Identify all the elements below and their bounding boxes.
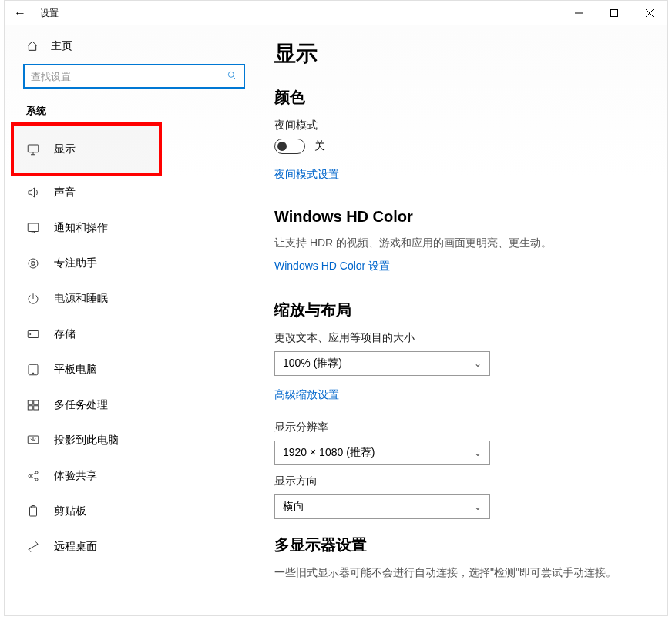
minimize-button[interactable] xyxy=(561,1,596,25)
sidebar-item-8[interactable]: 投影到此电脑 xyxy=(5,423,251,458)
sidebar-item-label: 平板电脑 xyxy=(54,363,97,377)
power-icon xyxy=(26,292,40,306)
section-color-title: 颜色 xyxy=(274,87,644,108)
multi-display-description: 一些旧式显示器可能不会进行自动连接，选择"检测"即可尝试手动连接。 xyxy=(274,566,644,580)
home-icon xyxy=(26,40,39,52)
orientation-label: 显示方向 xyxy=(274,474,644,488)
search-icon xyxy=(227,70,237,83)
night-mode-label: 夜间模式 xyxy=(274,119,644,132)
page-title: 显示 xyxy=(274,39,644,69)
search-box[interactable] xyxy=(23,64,245,89)
sidebar-item-2[interactable]: 通知和操作 xyxy=(5,210,251,246)
night-mode-state: 关 xyxy=(314,139,325,153)
advanced-scale-link[interactable]: 高级缩放设置 xyxy=(274,388,339,402)
sidebar-item-label: 多任务处理 xyxy=(54,398,108,412)
sidebar: 主页 系统 显示声音通知和操作专注助手电源和睡眠存储平板电脑多任务处理投影到此电… xyxy=(5,25,251,615)
sidebar-item-label: 通知和操作 xyxy=(54,221,108,235)
sidebar-item-label: 存储 xyxy=(54,327,76,341)
project-icon xyxy=(26,434,40,447)
remote-icon xyxy=(26,540,40,554)
sidebar-item-10[interactable]: 剪贴板 xyxy=(5,494,251,529)
sound-icon xyxy=(26,186,40,199)
scale-label: 更改文本、应用等项目的大小 xyxy=(274,331,644,345)
back-button[interactable]: ← xyxy=(14,6,26,20)
resolution-select[interactable]: 1920 × 1080 (推荐) ⌄ xyxy=(274,441,490,465)
sidebar-item-9[interactable]: 体验共享 xyxy=(5,458,251,494)
sidebar-item-label: 显示 xyxy=(54,142,76,156)
share-icon xyxy=(26,469,40,483)
storage-icon xyxy=(26,327,40,341)
clipboard-icon xyxy=(26,504,40,518)
sidebar-item-label: 专注助手 xyxy=(54,256,97,270)
sidebar-item-label: 体验共享 xyxy=(54,469,97,483)
night-mode-settings-link[interactable]: 夜间模式设置 xyxy=(274,168,339,182)
sidebar-item-label: 剪贴板 xyxy=(54,504,86,518)
settings-window: ← 设置 主页 系统 显示声音通知和操作专注助手电源和睡眠存储平板电脑多任务处理… xyxy=(4,0,668,616)
tablet-icon xyxy=(26,363,40,377)
sidebar-item-7[interactable]: 多任务处理 xyxy=(5,387,251,423)
search-input[interactable] xyxy=(31,71,227,82)
sidebar-item-1[interactable]: 声音 xyxy=(5,175,251,210)
sidebar-item-4[interactable]: 电源和睡眠 xyxy=(5,281,251,317)
hdr-description: 让支持 HDR 的视频、游戏和应用的画面更明亮、更生动。 xyxy=(274,236,644,250)
chevron-down-icon: ⌄ xyxy=(474,447,482,458)
night-mode-toggle[interactable] xyxy=(274,139,305,154)
chevron-down-icon: ⌄ xyxy=(474,358,482,369)
sidebar-item-label: 电源和睡眠 xyxy=(54,292,108,306)
section-scale-title: 缩放与布局 xyxy=(274,300,644,320)
focus-icon xyxy=(26,256,40,270)
sidebar-item-3[interactable]: 专注助手 xyxy=(5,246,251,281)
app-title: 设置 xyxy=(40,7,59,20)
section-hdr-title: Windows HD Color xyxy=(274,208,644,226)
section-multi-title: 多显示器设置 xyxy=(274,535,644,555)
close-button[interactable] xyxy=(632,1,667,25)
scale-value: 100% (推荐) xyxy=(283,357,342,370)
sidebar-item-label: 远程桌面 xyxy=(54,540,97,554)
resolution-value: 1920 × 1080 (推荐) xyxy=(283,446,375,460)
sidebar-item-5[interactable]: 存储 xyxy=(5,317,251,352)
sidebar-item-label: 声音 xyxy=(54,186,76,199)
home-label: 主页 xyxy=(51,39,72,53)
maximize-button[interactable] xyxy=(596,1,632,25)
multitask-icon xyxy=(26,398,40,412)
scale-select[interactable]: 100% (推荐) ⌄ xyxy=(274,351,490,376)
hdr-settings-link[interactable]: Windows HD Color 设置 xyxy=(274,260,390,273)
display-icon xyxy=(26,142,40,156)
titlebar: ← 设置 xyxy=(5,1,667,25)
sidebar-item-label: 投影到此电脑 xyxy=(54,434,119,447)
sidebar-item-0[interactable]: 显示 xyxy=(12,124,160,175)
orientation-select[interactable]: 横向 ⌄ xyxy=(274,494,490,519)
orientation-value: 横向 xyxy=(283,500,304,514)
content-area: 显示 颜色 夜间模式 关 夜间模式设置 Windows HD Color 让支持… xyxy=(251,25,667,615)
sidebar-item-6[interactable]: 平板电脑 xyxy=(5,352,251,387)
nav-list: 显示声音通知和操作专注助手电源和睡眠存储平板电脑多任务处理投影到此电脑体验共享剪… xyxy=(5,124,251,565)
notification-icon xyxy=(26,221,40,235)
sidebar-item-11[interactable]: 远程桌面 xyxy=(5,529,251,565)
home-button[interactable]: 主页 xyxy=(5,33,251,59)
svg-rect-18 xyxy=(611,10,618,17)
sidebar-section-label: 系统 xyxy=(5,101,251,124)
resolution-label: 显示分辨率 xyxy=(274,421,644,434)
chevron-down-icon: ⌄ xyxy=(474,501,482,512)
